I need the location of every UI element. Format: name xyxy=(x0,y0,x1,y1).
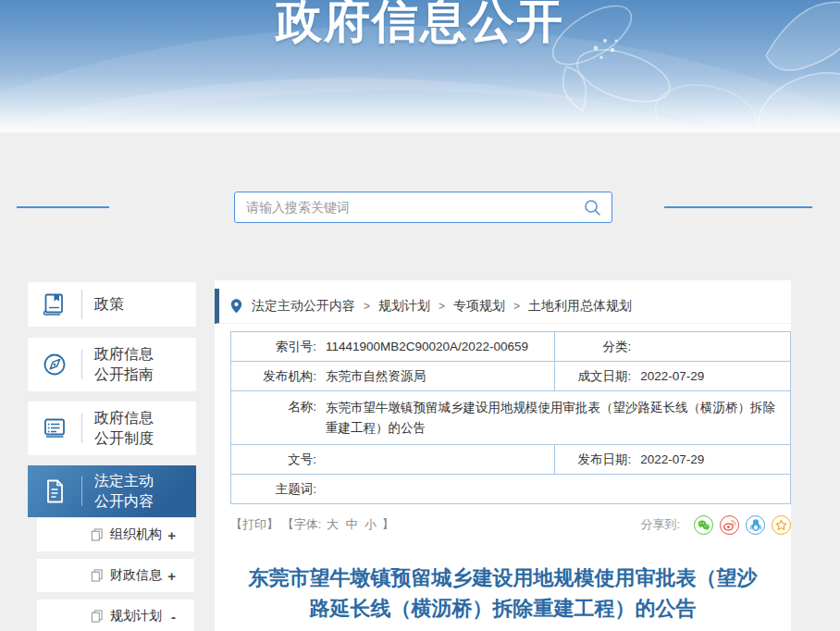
rules-book-icon xyxy=(28,414,81,442)
collapse-toggle[interactable]: - xyxy=(171,609,176,625)
sidebar-item-legal-disclosure[interactable]: 法定主动公开内容 xyxy=(28,465,196,517)
pages-icon xyxy=(91,528,103,541)
font-label: 【字体: xyxy=(282,517,322,531)
decorative-line-left xyxy=(17,206,109,208)
font-small-button[interactable]: 小 xyxy=(364,517,377,531)
toolbar: 【打印】 【字体: 大 中 小 】 分享到: xyxy=(230,509,791,540)
sidebar-subitem-label: 财政信息 xyxy=(110,567,167,584)
favorite-star-icon[interactable] xyxy=(772,515,791,535)
sidebar-subitem-finance[interactable]: 财政信息 + xyxy=(37,559,194,592)
table-row: 主题词: xyxy=(231,474,790,503)
search-box xyxy=(234,192,612,223)
font-medium-button[interactable]: 中 xyxy=(346,517,358,531)
font-size-controls: 【字体: 大 中 小 】 xyxy=(282,517,394,531)
sidebar-subitem-label: 组织机构 xyxy=(110,526,167,543)
decorative-line-right xyxy=(664,206,812,208)
sidebar-item-guide[interactable]: 政府信息公开指南 xyxy=(28,338,196,391)
font-label-close: 】 xyxy=(382,517,394,531)
sidebar-item-system[interactable]: 政府信息公开制度 xyxy=(28,402,196,455)
publisher-value: 东莞市自然资源局 xyxy=(326,368,426,385)
book-icon xyxy=(28,291,81,318)
name-label: 名称: xyxy=(231,391,316,415)
font-large-button[interactable]: 大 xyxy=(327,517,339,531)
expand-toggle[interactable]: + xyxy=(167,527,176,543)
location-pin-icon xyxy=(230,298,242,314)
banner: 政府信息公开 xyxy=(0,0,840,132)
search-icon[interactable] xyxy=(584,199,601,217)
name-value: 东莞市望牛墩镇预留城乡建设用地规模使用审批表（望沙路延长线（横沥桥）拆除重建工程… xyxy=(326,391,790,444)
expand-toggle[interactable]: + xyxy=(167,568,176,584)
wechat-share-icon[interactable] xyxy=(694,515,713,535)
table-row: 名称: 东莞市望牛墩镇预留城乡建设用地规模使用审批表（望沙路延长线（横沥桥）拆除… xyxy=(231,390,790,444)
pages-icon xyxy=(91,610,103,623)
index-number-label: 索引号: xyxy=(231,339,316,355)
share-label: 分享到: xyxy=(640,516,680,533)
compass-icon xyxy=(28,351,81,378)
article-title: 东莞市望牛墩镇预留城乡建设用地规模使用审批表（望沙路延长线（横沥桥）拆除重建工程… xyxy=(215,563,791,624)
sidebar-item-label: 政策 xyxy=(82,294,165,315)
sidebar-item-label: 政府信息公开制度 xyxy=(82,408,165,448)
subject-label: 主题词: xyxy=(231,481,316,498)
publisher-label: 发布机构: xyxy=(231,368,316,385)
category-label: 分类: xyxy=(555,339,631,355)
sidebar-subitem-label: 规划计划 xyxy=(110,608,171,625)
breadcrumb-separator: > xyxy=(513,300,520,313)
breadcrumb-item[interactable]: 土地利用总体规划 xyxy=(528,298,632,315)
doc-number-label: 文号: xyxy=(231,452,316,468)
sidebar-subitem-organization[interactable]: 组织机构 + xyxy=(37,518,194,551)
document-icon xyxy=(28,477,81,505)
search-input[interactable] xyxy=(235,192,611,222)
main-panel: 法定主动公开内容 > 规划计划 > 专项规划 > 土地利用总体规划 索引号: 1… xyxy=(215,280,791,631)
breadcrumb-separator: > xyxy=(439,300,445,313)
breadcrumb: 法定主动公开内容 > 规划计划 > 专项规划 > 土地利用总体规划 xyxy=(215,289,791,324)
publish-date-value: 2022-07-29 xyxy=(640,452,704,466)
weibo-share-icon[interactable] xyxy=(720,515,739,535)
qq-share-icon[interactable] xyxy=(746,515,765,535)
table-row: 索引号: 11441900MB2C90020A/2022-00659 分类: xyxy=(231,332,790,361)
breadcrumb-separator: > xyxy=(364,300,370,313)
written-date-label: 成文日期: xyxy=(555,368,631,385)
print-button[interactable]: 【打印】 xyxy=(230,517,278,531)
breadcrumb-item[interactable]: 规划计划 xyxy=(378,298,430,315)
document-info-table: 索引号: 11441900MB2C90020A/2022-00659 分类: 发… xyxy=(230,331,791,504)
written-date-value: 2022-07-29 xyxy=(640,369,704,383)
page-title: 政府信息公开 xyxy=(0,0,840,53)
sidebar-item-label: 政府信息公开指南 xyxy=(82,344,165,384)
index-number-value: 11441900MB2C90020A/2022-00659 xyxy=(326,340,528,353)
table-row: 文号: 发布日期: 2022-07-29 xyxy=(231,444,790,474)
sidebar-item-label: 法定主动公开内容 xyxy=(82,471,165,511)
publish-date-label: 发布日期: xyxy=(555,452,631,468)
pages-icon xyxy=(91,569,103,582)
table-row: 发布机构: 东莞市自然资源局 成文日期: 2022-07-29 xyxy=(231,361,790,390)
breadcrumb-item[interactable]: 专项规划 xyxy=(453,298,505,315)
sidebar-item-policy[interactable]: 政策 xyxy=(28,282,196,327)
breadcrumb-item[interactable]: 法定主动公开内容 xyxy=(252,298,355,315)
sidebar-subitem-planning[interactable]: 规划计划 - xyxy=(37,600,194,631)
